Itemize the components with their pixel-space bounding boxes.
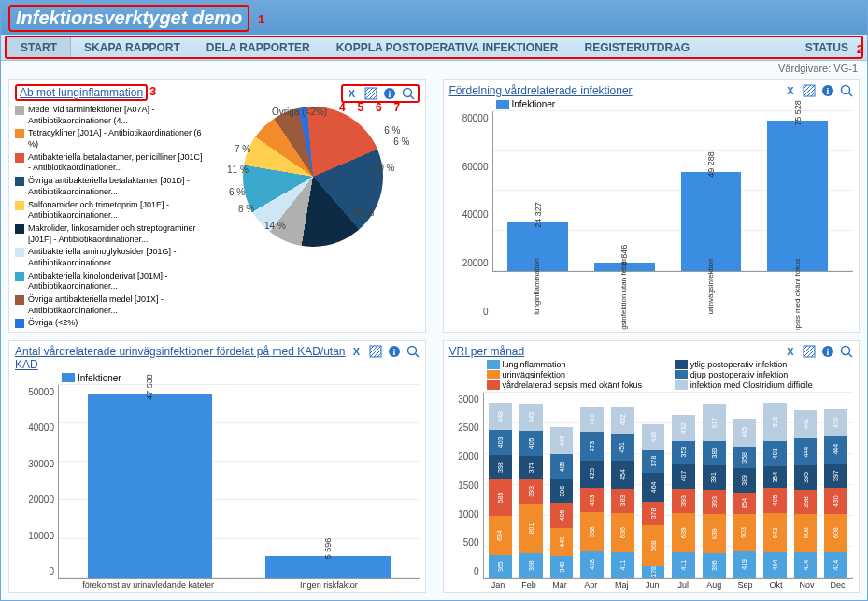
- legend-swatch: [15, 129, 24, 138]
- nav-status[interactable]: STATUS: [792, 37, 861, 58]
- app-title-highlight: Infektionsverktyget demo 1: [8, 5, 249, 32]
- nav-registerutdrag[interactable]: REGISTERUTDRAG: [572, 37, 704, 58]
- legend-swatch: [15, 106, 24, 115]
- panel-bar-bl-title[interactable]: Antal vårdrelaterade urinvägsinfektioner…: [15, 345, 350, 371]
- hatch-icon[interactable]: [803, 84, 816, 97]
- pie-slice-label: 8 %: [238, 204, 254, 214]
- pie-slice-label: 14 %: [264, 221, 286, 231]
- panel-pie: Ab mot lunginflammation 3 X i 4 5 6 7 Me: [8, 79, 426, 333]
- pie-slice-label: 6 %: [393, 136, 409, 147]
- svg-point-18: [842, 346, 850, 354]
- legend-swatch: [15, 224, 24, 234]
- hatch-icon[interactable]: [803, 345, 816, 358]
- svg-point-3: [403, 89, 411, 97]
- info-icon[interactable]: i: [821, 345, 834, 358]
- legend-swatch: [15, 319, 24, 328]
- legend-label: Antibakteriella kinolonderivat [J01M] - …: [28, 271, 206, 293]
- pie-slice-label: 6 %: [229, 187, 245, 197]
- legend-label: Antibakteriella aminoglykosider [J01G] -…: [28, 247, 206, 268]
- pie-slice-label: 7 %: [235, 144, 250, 154]
- panel-bar-top-title[interactable]: Fördelning vårdrelaterade infektioner: [449, 84, 633, 97]
- legend-label: Övriga antibakteriella betalaktamer [J01…: [28, 176, 206, 197]
- svg-text:i: i: [388, 89, 391, 99]
- nav-start[interactable]: START: [7, 36, 71, 59]
- close-icon[interactable]: X: [350, 345, 363, 358]
- legend-label: Medel vid tarminfektioner [A07A] - Antib…: [28, 105, 206, 126]
- nav-bar: 2 START SKAPA RAPPORT DELA RAPPORTER KOP…: [1, 35, 867, 61]
- info-icon[interactable]: i: [821, 84, 834, 97]
- legend-swatch: [15, 248, 24, 257]
- annotation-1: 1: [258, 12, 264, 26]
- legend-label: Antibakteriella betalaktamer, penicillin…: [28, 152, 206, 174]
- legend-swatch: [15, 295, 24, 305]
- legend-swatch: [15, 177, 24, 186]
- panel-bar-bl: Antal vårdrelaterade urinvägsinfektioner…: [8, 340, 426, 594]
- panel-bar-bl-tools: X i: [350, 345, 420, 358]
- panel-stack-tools: X i: [784, 345, 853, 358]
- zoom-icon[interactable]: [840, 84, 853, 97]
- legend-label: Tetracykliner [J01A] - Antibiotikaordina…: [28, 128, 206, 150]
- close-icon[interactable]: X: [346, 87, 359, 100]
- panel-bar-top-tools: X i: [784, 84, 853, 97]
- svg-line-14: [415, 353, 419, 357]
- legend-label: Övriga antibakteriella medel [J01X] - An…: [28, 294, 206, 316]
- zoom-icon[interactable]: [840, 345, 853, 358]
- pie-slice-label: 11 %: [227, 165, 249, 175]
- panel-pie-title[interactable]: Ab mot lunginflammation: [15, 84, 148, 101]
- app-title: Infektionsverktyget demo: [16, 7, 242, 28]
- close-icon[interactable]: X: [784, 345, 797, 358]
- info-icon[interactable]: i: [388, 345, 401, 358]
- panel-pie-tools: X i 4 5 6 7: [341, 84, 420, 103]
- svg-point-8: [842, 86, 850, 94]
- panel-stack: VRI per månad X i lunginflammationurinvä…: [443, 340, 861, 594]
- pie-slice-label: 20 %: [353, 207, 375, 218]
- svg-point-13: [407, 346, 416, 354]
- pie-slice-label: 6 %: [384, 125, 400, 136]
- nav-dela-rapporter[interactable]: DELA RAPPORTER: [193, 37, 323, 58]
- pie-slice-label: 20 %: [374, 163, 395, 173]
- svg-line-4: [410, 96, 414, 100]
- hatch-icon[interactable]: [364, 87, 377, 100]
- svg-text:i: i: [392, 347, 395, 357]
- panel-stack-title[interactable]: VRI per månad: [449, 345, 525, 358]
- svg-text:i: i: [827, 347, 830, 357]
- legend-label: Makrolider, linkosamider och streptogram…: [28, 223, 206, 245]
- pie-legend: Medel vid tarminfektioner [A07A] - Antib…: [15, 103, 206, 330]
- svg-line-19: [849, 353, 853, 357]
- zoom-icon[interactable]: [402, 87, 415, 100]
- pie-chart: Övriga (<2%) 6 % 6 % 20 % 20 % 14 % 8 % …: [206, 103, 420, 330]
- nav-koppla[interactable]: KOPPLA POSTOPERATIVA INFEKTIONER: [323, 37, 572, 58]
- title-bar: Infektionsverktyget demo 1: [1, 1, 867, 35]
- provider-label: Vårdgivare: VG-1: [1, 61, 867, 76]
- legend-swatch: [15, 201, 24, 210]
- zoom-icon[interactable]: [406, 345, 420, 358]
- pie-slice-label: Övriga (<2%): [272, 107, 327, 117]
- legend-label: Övriga (<2%): [28, 318, 78, 329]
- svg-text:i: i: [827, 86, 830, 96]
- svg-line-9: [849, 93, 853, 97]
- nav-skapa-rapport[interactable]: SKAPA RAPPORT: [71, 37, 193, 58]
- panel-bar-top: Fördelning vårdrelaterade infektioner X …: [443, 79, 861, 333]
- dashboard-content: Ab mot lunginflammation 3 X i 4 5 6 7 Me: [1, 76, 867, 600]
- app-window: Infektionsverktyget demo 1 2 START SKAPA…: [0, 0, 868, 601]
- hatch-icon[interactable]: [369, 345, 382, 358]
- close-icon[interactable]: X: [784, 84, 797, 97]
- legend-swatch: [15, 272, 24, 281]
- annotation-3: 3: [149, 84, 156, 98]
- info-icon[interactable]: i: [383, 87, 396, 100]
- legend-swatch: [15, 153, 24, 163]
- legend-label: Sulfonamider och trimetoprim [J01E] - An…: [28, 200, 206, 222]
